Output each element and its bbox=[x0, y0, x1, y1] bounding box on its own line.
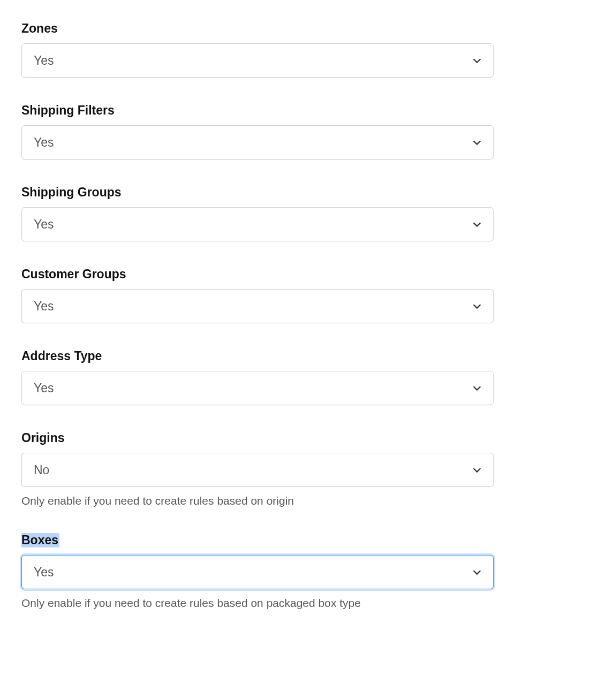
shipping-filters-label: Shipping Filters bbox=[21, 103, 115, 118]
origins-label: Origins bbox=[21, 431, 65, 445]
customer-groups-select[interactable]: Yes bbox=[21, 289, 494, 323]
shipping-filters-value: Yes bbox=[34, 135, 54, 150]
address-type-select[interactable]: Yes bbox=[21, 371, 494, 405]
address-type-field: Address Type Yes bbox=[21, 349, 585, 405]
origins-field: Origins No Only enable if you need to cr… bbox=[21, 431, 585, 507]
address-type-label: Address Type bbox=[21, 349, 102, 363]
boxes-field: Boxes Yes Only enable if you need to cre… bbox=[21, 533, 585, 610]
boxes-label: Boxes bbox=[21, 533, 59, 547]
shipping-groups-field: Shipping Groups Yes bbox=[21, 185, 585, 241]
shipping-groups-value: Yes bbox=[34, 217, 54, 232]
boxes-value: Yes bbox=[34, 565, 54, 580]
origins-select[interactable]: No bbox=[21, 453, 494, 487]
boxes-help-text: Only enable if you need to create rules … bbox=[21, 597, 585, 610]
customer-groups-value: Yes bbox=[34, 299, 54, 314]
origins-help-text: Only enable if you need to create rules … bbox=[21, 494, 585, 507]
address-type-value: Yes bbox=[34, 381, 54, 395]
shipping-filters-select[interactable]: Yes bbox=[21, 125, 494, 159]
zones-select[interactable]: Yes bbox=[21, 43, 494, 78]
boxes-select[interactable]: Yes bbox=[21, 555, 494, 589]
customer-groups-label: Customer Groups bbox=[21, 267, 126, 281]
zones-label: Zones bbox=[21, 21, 58, 36]
zones-value: Yes bbox=[34, 54, 54, 68]
shipping-groups-label: Shipping Groups bbox=[21, 185, 122, 200]
zones-field: Zones Yes bbox=[21, 21, 585, 78]
shipping-groups-select[interactable]: Yes bbox=[21, 207, 494, 241]
origins-value: No bbox=[34, 463, 49, 477]
customer-groups-field: Customer Groups Yes bbox=[21, 267, 585, 323]
shipping-filters-field: Shipping Filters Yes bbox=[21, 103, 585, 159]
